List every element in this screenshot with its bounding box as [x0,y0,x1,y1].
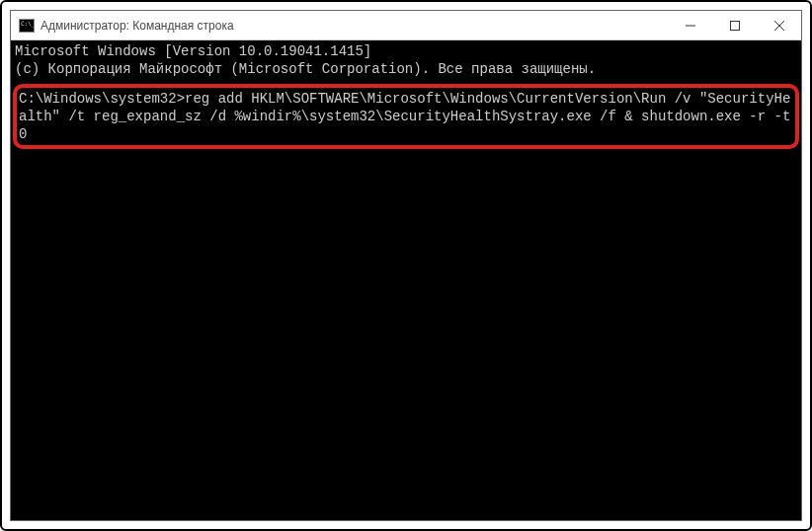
titlebar[interactable]: Администратор: Командная строка [11,11,801,40]
close-button[interactable] [757,11,801,39]
window-controls [668,11,801,39]
maximize-icon [730,21,740,31]
maximize-button[interactable] [712,11,757,39]
svg-rect-1 [730,21,739,30]
command-highlight: C:\Windows\system32>reg add HKLM\SOFTWAR… [13,84,799,149]
terminal-area[interactable]: Microsoft Windows [Version 10.0.19041.14… [11,40,801,520]
close-icon [774,21,784,31]
copyright-line: (c) Корпорация Майкрософт (Microsoft Cor… [15,61,596,77]
cmd-window: Администратор: Командная строка Microsof… [10,10,802,521]
version-line: Microsoft Windows [Version 10.0.19041.14… [15,43,371,59]
prompt: C:\Windows\system32> [19,91,185,107]
minimize-button[interactable] [668,11,712,39]
screenshot-frame: Администратор: Командная строка Microsof… [0,0,812,531]
minimize-icon [686,21,695,31]
cmd-icon [19,19,35,33]
window-title: Администратор: Командная строка [41,19,668,33]
